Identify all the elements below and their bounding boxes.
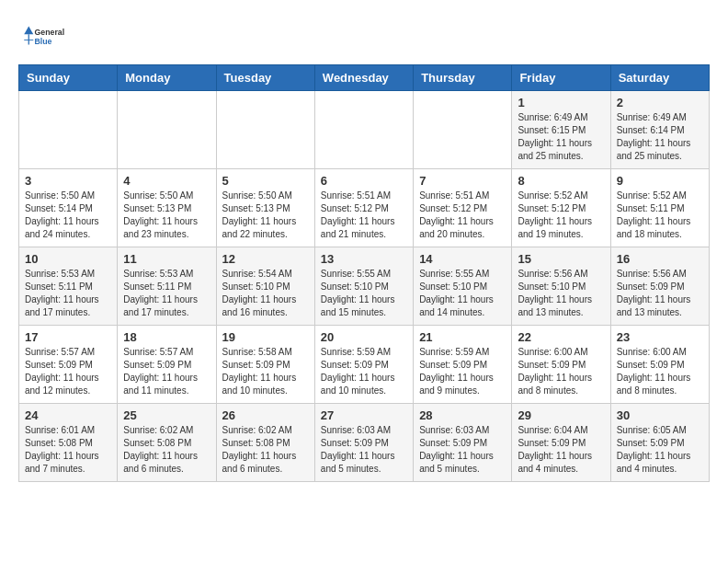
daylight-text: Daylight: 11 hours and 20 minutes. xyxy=(419,216,494,239)
day-info: Sunrise: 5:56 AM Sunset: 5:10 PM Dayligh… xyxy=(518,268,604,319)
weekday-header-thursday: Thursday xyxy=(414,65,512,91)
sunset-text: Sunset: 5:09 PM xyxy=(321,438,389,448)
sunrise-text: Sunrise: 5:53 AM xyxy=(123,269,193,279)
daylight-text: Daylight: 11 hours and 14 minutes. xyxy=(419,294,494,317)
day-number: 2 xyxy=(617,96,703,109)
calendar-cell: 17 Sunrise: 5:57 AM Sunset: 5:09 PM Dayl… xyxy=(19,326,118,404)
daylight-text: Daylight: 11 hours and 17 minutes. xyxy=(123,294,198,317)
sunrise-text: Sunrise: 5:52 AM xyxy=(518,190,587,201)
daylight-text: Daylight: 11 hours and 24 minutes. xyxy=(25,216,99,239)
sunset-text: Sunset: 5:11 PM xyxy=(617,203,685,213)
day-number: 12 xyxy=(222,252,309,266)
day-number: 25 xyxy=(123,408,210,422)
day-number: 11 xyxy=(123,252,210,266)
day-number: 28 xyxy=(419,408,506,422)
sunset-text: Sunset: 5:10 PM xyxy=(321,282,389,292)
sunrise-text: Sunrise: 5:55 AM xyxy=(321,269,391,279)
sunrise-text: Sunrise: 6:02 AM xyxy=(222,425,292,435)
calendar-cell: 4 Sunrise: 5:50 AM Sunset: 5:13 PM Dayli… xyxy=(118,169,216,247)
day-info: Sunrise: 6:49 AM Sunset: 6:14 PM Dayligh… xyxy=(617,111,703,163)
sunset-text: Sunset: 5:10 PM xyxy=(419,282,487,292)
sunrise-text: Sunrise: 6:04 AM xyxy=(518,425,587,435)
sunset-text: Sunset: 5:08 PM xyxy=(222,438,290,448)
sunrise-text: Sunrise: 5:57 AM xyxy=(25,347,95,357)
sunrise-text: Sunrise: 5:59 AM xyxy=(419,347,489,357)
daylight-text: Daylight: 11 hours and 4 minutes. xyxy=(617,451,691,474)
day-info: Sunrise: 5:57 AM Sunset: 5:09 PM Dayligh… xyxy=(25,346,111,397)
day-number: 30 xyxy=(617,408,703,422)
sunset-text: Sunset: 5:09 PM xyxy=(419,360,487,370)
calendar-cell: 15 Sunrise: 5:56 AM Sunset: 5:10 PM Dayl… xyxy=(512,247,610,326)
calendar-cell xyxy=(19,91,118,169)
logo-svg: General Blue xyxy=(18,18,64,55)
calendar-cell: 20 Sunrise: 5:59 AM Sunset: 5:09 PM Dayl… xyxy=(314,326,413,404)
day-info: Sunrise: 5:56 AM Sunset: 5:09 PM Dayligh… xyxy=(617,268,703,319)
page-header: General Blue xyxy=(18,18,710,55)
calendar-cell: 30 Sunrise: 6:05 AM Sunset: 5:09 PM Dayl… xyxy=(610,404,709,482)
daylight-text: Daylight: 11 hours and 9 minutes. xyxy=(419,373,494,396)
sunset-text: Sunset: 5:09 PM xyxy=(25,360,93,370)
day-info: Sunrise: 5:58 AM Sunset: 5:09 PM Dayligh… xyxy=(222,346,309,397)
sunrise-text: Sunrise: 6:03 AM xyxy=(321,425,391,435)
sunrise-text: Sunrise: 5:50 AM xyxy=(25,190,95,201)
sunrise-text: Sunrise: 5:51 AM xyxy=(419,190,489,201)
calendar-cell: 6 Sunrise: 5:51 AM Sunset: 5:12 PM Dayli… xyxy=(314,169,413,247)
day-info: Sunrise: 5:50 AM Sunset: 5:14 PM Dayligh… xyxy=(25,190,111,241)
calendar-cell xyxy=(414,91,512,169)
day-number: 15 xyxy=(518,252,604,266)
day-number: 3 xyxy=(25,174,111,188)
sunrise-text: Sunrise: 5:56 AM xyxy=(518,269,587,279)
day-number: 7 xyxy=(419,174,506,188)
calendar-cell: 5 Sunrise: 5:50 AM Sunset: 5:13 PM Dayli… xyxy=(216,169,314,247)
sunrise-text: Sunrise: 5:59 AM xyxy=(321,347,391,357)
calendar-cell: 12 Sunrise: 5:54 AM Sunset: 5:10 PM Dayl… xyxy=(216,247,314,326)
daylight-text: Daylight: 11 hours and 19 minutes. xyxy=(518,216,592,239)
day-number: 6 xyxy=(321,174,407,188)
calendar-cell: 1 Sunrise: 6:49 AM Sunset: 6:15 PM Dayli… xyxy=(512,91,610,169)
sunset-text: Sunset: 5:08 PM xyxy=(25,438,93,448)
day-number: 13 xyxy=(321,252,407,266)
sunrise-text: Sunrise: 5:54 AM xyxy=(222,269,292,279)
sunrise-text: Sunrise: 5:51 AM xyxy=(321,190,391,201)
calendar-cell xyxy=(216,91,314,169)
day-number: 17 xyxy=(25,330,111,344)
weekday-header-wednesday: Wednesday xyxy=(314,65,413,91)
day-number: 24 xyxy=(25,408,111,422)
sunrise-text: Sunrise: 5:55 AM xyxy=(419,269,489,279)
day-info: Sunrise: 5:51 AM Sunset: 5:12 PM Dayligh… xyxy=(419,190,506,241)
calendar-cell: 16 Sunrise: 5:56 AM Sunset: 5:09 PM Dayl… xyxy=(610,247,709,326)
day-number: 29 xyxy=(518,408,604,422)
day-number: 14 xyxy=(419,252,506,266)
day-number: 21 xyxy=(419,330,506,344)
day-number: 19 xyxy=(222,330,309,344)
day-number: 18 xyxy=(123,330,210,344)
daylight-text: Daylight: 11 hours and 18 minutes. xyxy=(617,216,691,239)
daylight-text: Daylight: 11 hours and 15 minutes. xyxy=(321,294,395,317)
day-info: Sunrise: 5:59 AM Sunset: 5:09 PM Dayligh… xyxy=(321,346,407,397)
sunset-text: Sunset: 5:09 PM xyxy=(419,438,487,448)
sunset-text: Sunset: 5:09 PM xyxy=(617,360,685,370)
calendar-cell xyxy=(314,91,413,169)
sunset-text: Sunset: 5:08 PM xyxy=(123,438,191,448)
calendar-week-2: 3 Sunrise: 5:50 AM Sunset: 5:14 PM Dayli… xyxy=(19,169,710,247)
daylight-text: Daylight: 11 hours and 13 minutes. xyxy=(518,294,592,317)
sunset-text: Sunset: 5:09 PM xyxy=(617,438,685,448)
day-info: Sunrise: 6:01 AM Sunset: 5:08 PM Dayligh… xyxy=(25,424,111,476)
day-info: Sunrise: 6:00 AM Sunset: 5:09 PM Dayligh… xyxy=(518,346,604,397)
sunrise-text: Sunrise: 6:02 AM xyxy=(123,425,193,435)
sunset-text: Sunset: 5:09 PM xyxy=(518,438,586,448)
sunset-text: Sunset: 5:09 PM xyxy=(222,360,290,370)
daylight-text: Daylight: 11 hours and 5 minutes. xyxy=(419,451,494,474)
day-number: 27 xyxy=(321,408,407,422)
sunset-text: Sunset: 5:14 PM xyxy=(25,203,93,213)
daylight-text: Daylight: 11 hours and 23 minutes. xyxy=(123,216,198,239)
calendar-cell xyxy=(118,91,216,169)
day-info: Sunrise: 6:02 AM Sunset: 5:08 PM Dayligh… xyxy=(222,424,309,476)
day-info: Sunrise: 5:52 AM Sunset: 5:11 PM Dayligh… xyxy=(617,190,703,241)
sunset-text: Sunset: 5:10 PM xyxy=(518,282,586,292)
sunrise-text: Sunrise: 6:00 AM xyxy=(518,347,587,357)
calendar-cell: 13 Sunrise: 5:55 AM Sunset: 5:10 PM Dayl… xyxy=(314,247,413,326)
day-info: Sunrise: 5:59 AM Sunset: 5:09 PM Dayligh… xyxy=(419,346,506,397)
daylight-text: Daylight: 11 hours and 10 minutes. xyxy=(222,373,297,396)
calendar-header-row: SundayMondayTuesdayWednesdayThursdayFrid… xyxy=(19,65,710,91)
